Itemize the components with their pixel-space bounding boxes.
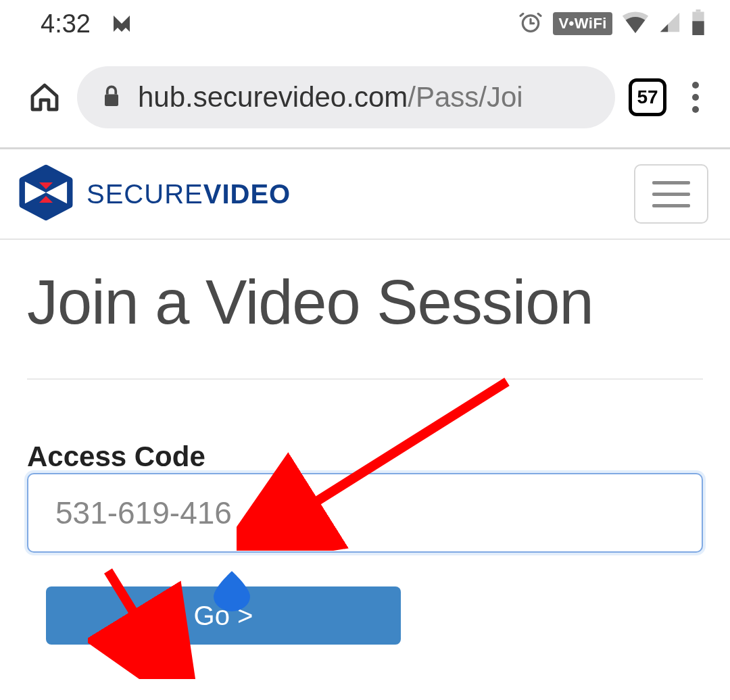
tabs-button[interactable]: 57 — [629, 78, 666, 116]
cellular-icon — [658, 11, 681, 36]
url-text: hub.securevideo.com/Pass/Joi — [138, 81, 523, 114]
brand[interactable]: SECUREVIDEO — [18, 164, 291, 224]
svg-rect-3 — [692, 21, 704, 35]
go-button[interactable]: Go > — [46, 586, 401, 645]
svg-rect-4 — [105, 95, 118, 107]
url-host: hub.securevideo.com — [138, 81, 408, 113]
brand-text: SECUREVIDEO — [87, 179, 291, 209]
menu-button[interactable] — [634, 164, 708, 224]
tab-count-label: 57 — [637, 86, 658, 108]
main-content: Join a Video Session Access Code Go > — [0, 240, 730, 645]
brand-logo-icon — [18, 164, 74, 224]
brand-bold: VIDEO — [203, 179, 291, 209]
site-header: SECUREVIDEO — [0, 149, 730, 240]
svg-rect-1 — [696, 9, 701, 11]
wifi-icon — [622, 11, 649, 36]
access-code-label: Access Code — [27, 441, 205, 472]
home-button[interactable] — [26, 78, 64, 116]
brand-light: SECURE — [87, 179, 203, 209]
status-right: V•WiFi — [518, 9, 706, 38]
status-left: 4:32 — [41, 9, 134, 39]
url-path: /Pass/Joi — [408, 81, 522, 113]
overflow-menu-button[interactable] — [680, 78, 711, 117]
lock-icon — [101, 84, 122, 111]
malwarebytes-icon — [110, 11, 134, 36]
browser-toolbar: hub.securevideo.com/Pass/Joi 57 — [0, 47, 730, 149]
alarm-icon — [518, 9, 543, 38]
clock: 4:32 — [41, 9, 91, 39]
android-status-bar: 4:32 V•WiFi — [0, 0, 730, 47]
address-bar[interactable]: hub.securevideo.com/Pass/Joi — [77, 66, 615, 128]
page-title: Join a Video Session — [27, 267, 703, 380]
vowifi-badge: V•WiFi — [553, 12, 612, 35]
battery-icon — [691, 9, 706, 38]
access-code-input[interactable] — [27, 473, 703, 553]
